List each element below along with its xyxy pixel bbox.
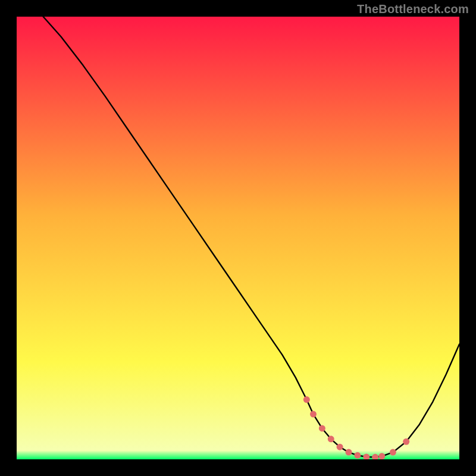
optimum-marker [319,425,325,431]
chart-frame: TheBottleneck.com [0,0,476,476]
watermark-text: TheBottleneck.com [357,2,469,16]
optimum-marker [328,436,334,442]
optimum-marker [303,396,310,403]
optimum-marker [378,453,385,459]
optimum-marker [403,439,409,445]
bottleneck-chart [17,17,459,459]
optimum-marker [346,449,352,456]
optimum-marker [310,411,317,418]
optimum-marker [354,452,361,459]
optimum-marker [390,449,396,456]
gradient-background [17,17,459,459]
plot-area [17,17,459,459]
optimum-marker [337,444,343,450]
